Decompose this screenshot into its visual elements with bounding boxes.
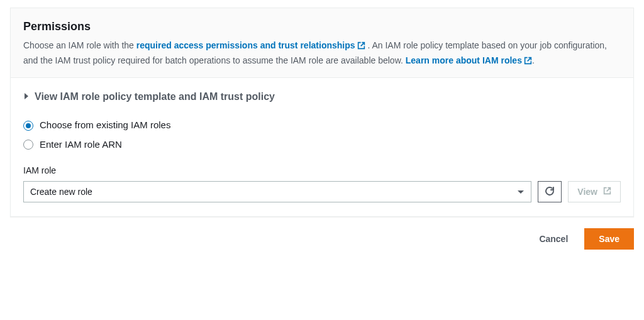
permissions-panel: Permissions Choose an IAM role with the … (10, 8, 634, 217)
role-source-radio-group: Choose from existing IAM roles Enter IAM… (23, 116, 621, 154)
caret-right-icon (23, 91, 30, 104)
panel-body: View IAM role policy template and IAM tr… (11, 78, 633, 216)
link-required-access[interactable]: required access permissions and trust re… (136, 40, 365, 50)
desc-text: Choose an IAM role with the (23, 40, 136, 50)
iam-role-field-label: IAM role (23, 164, 621, 177)
refresh-icon (545, 186, 555, 198)
select-value: Create new role (30, 185, 92, 199)
link-text: Learn more about IAM roles (406, 55, 522, 65)
external-link-icon (603, 187, 611, 197)
panel-title: Permissions (23, 18, 621, 35)
view-button-label: View (577, 187, 597, 197)
cancel-button[interactable]: Cancel (529, 228, 578, 250)
panel-header: Permissions Choose an IAM role with the … (11, 8, 633, 78)
chevron-down-icon (517, 185, 525, 199)
radio-label: Choose from existing IAM roles (40, 118, 170, 133)
radio-icon (23, 140, 33, 150)
radio-icon (23, 121, 33, 131)
link-learn-more[interactable]: Learn more about IAM roles (406, 55, 532, 65)
panel-description: Choose an IAM role with the required acc… (23, 39, 621, 69)
expand-policy-templates[interactable]: View IAM role policy template and IAM tr… (23, 89, 621, 104)
view-button: View (568, 181, 621, 202)
expand-label: View IAM role policy template and IAM tr… (35, 89, 275, 104)
save-button[interactable]: Save (584, 228, 634, 250)
radio-enter-arn[interactable]: Enter IAM role ARN (23, 135, 621, 155)
external-link-icon (524, 55, 532, 69)
link-text: required access permissions and trust re… (136, 40, 355, 50)
iam-role-field-row: Create new role View (23, 181, 621, 202)
desc-text: . (532, 55, 535, 65)
radio-choose-existing[interactable]: Choose from existing IAM roles (23, 116, 621, 135)
radio-label: Enter IAM role ARN (40, 138, 122, 152)
form-footer: Cancel Save (10, 217, 634, 250)
iam-role-select[interactable]: Create new role (23, 181, 531, 202)
refresh-button[interactable] (538, 181, 562, 202)
external-link-icon (357, 40, 365, 54)
